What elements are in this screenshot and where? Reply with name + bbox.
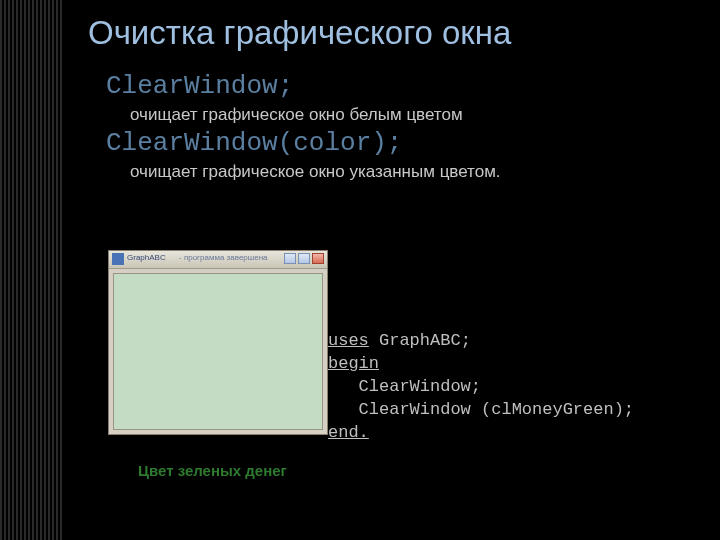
api-clearwindow-name: ClearWindow; — [106, 70, 666, 103]
code-sample: uses GraphABC; begin ClearWindow; ClearW… — [328, 330, 634, 445]
demo-window-subtitle: - программа завершена — [179, 253, 268, 262]
demo-window-title: GraphABC — [127, 253, 166, 262]
side-stripe — [0, 0, 62, 540]
api-clearwindow-color-name: ClearWindow(color); — [106, 127, 666, 160]
demo-window: GraphABC - программа завершена — [108, 250, 328, 435]
api-clearwindow-color-desc: очищает графическое окно указанным цвето… — [130, 160, 666, 185]
window-buttons — [284, 253, 324, 264]
api-clearwindow-desc: очищает графическое окно белым цветом — [130, 103, 666, 128]
code-uses-lib: GraphABC; — [369, 331, 471, 350]
kw-begin: begin — [328, 354, 379, 373]
close-icon — [312, 253, 324, 264]
minimize-icon — [284, 253, 296, 264]
demo-canvas — [113, 273, 323, 430]
content-block: ClearWindow; очищает графическое окно бе… — [106, 70, 666, 184]
kw-end: end. — [328, 423, 369, 442]
code-line-1: ClearWindow; — [328, 377, 481, 396]
page-title: Очистка графического окна — [88, 14, 511, 52]
app-icon — [112, 253, 124, 265]
code-line-2: ClearWindow (clMoneyGreen); — [328, 400, 634, 419]
color-caption: Цвет зеленых денег — [138, 462, 287, 479]
demo-window-titlebar: GraphABC - программа завершена — [109, 251, 327, 269]
slide: Очистка графического окна ClearWindow; о… — [0, 0, 720, 540]
kw-uses: uses — [328, 331, 369, 350]
maximize-icon — [298, 253, 310, 264]
